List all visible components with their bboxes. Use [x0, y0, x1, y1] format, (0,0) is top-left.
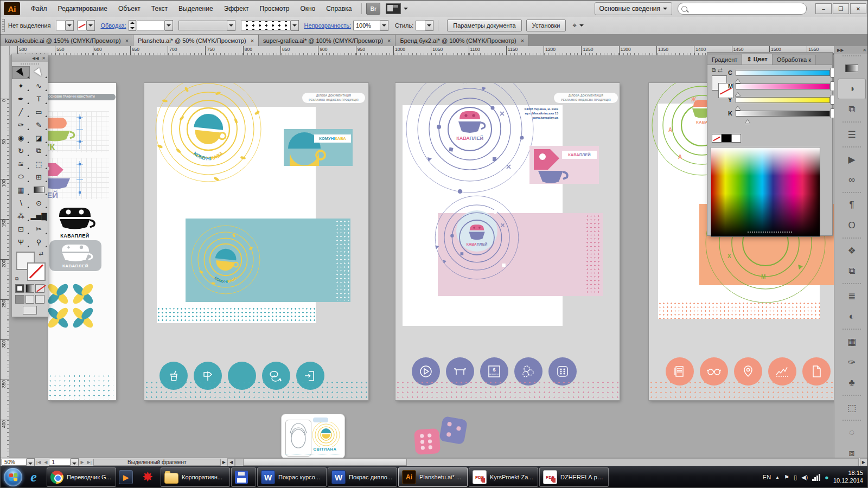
status-flyout-icon[interactable]: ▶	[221, 459, 227, 466]
horizontal-scrollbar[interactable]	[235, 458, 859, 466]
tool-button-blend[interactable]: ⊙	[30, 196, 48, 209]
channel-slider[interactable]	[736, 70, 830, 76]
tool-button-type[interactable]: T	[30, 92, 48, 105]
tool-button-paintbrush[interactable]: ✑	[12, 118, 30, 131]
network-icon[interactable]	[812, 474, 820, 481]
panel-icon-transparency[interactable]: ◐	[834, 306, 868, 327]
taskbar-item-save-app[interactable]	[231, 467, 256, 487]
panel-tab[interactable]: Обработка к	[773, 55, 816, 65]
search-input[interactable]	[678, 3, 807, 15]
panel-icon-appearance[interactable]: ◌	[834, 422, 868, 443]
bridge-button[interactable]: Br	[366, 3, 380, 15]
black-swatch[interactable]	[722, 134, 731, 143]
fill-swatch[interactable]	[56, 21, 66, 30]
collapse-icon[interactable]: ◀◀	[32, 56, 39, 61]
stroke-swatch[interactable]	[77, 21, 87, 30]
tool-button-scale[interactable]: ⧉	[30, 144, 48, 157]
tool-button-selection[interactable]	[12, 66, 30, 79]
panel-icon-pathfinder[interactable]: ⧉	[834, 99, 868, 120]
stroke-weight-dropdown[interactable]	[165, 20, 173, 31]
zoom-dropdown[interactable]	[27, 458, 35, 466]
preferences-button[interactable]: Установки	[526, 20, 566, 31]
menu-item[interactable]: Объект	[113, 1, 146, 17]
draw-normal-button[interactable]	[15, 295, 24, 304]
panel-icon[interactable]	[842, 236, 861, 240]
white-swatch[interactable]	[731, 134, 741, 143]
tool-button-rectangle[interactable]: ▭	[30, 105, 48, 118]
close-tab-icon[interactable]: ×	[521, 37, 524, 44]
fill-stroke-control[interactable]: ⇄ ⧉	[15, 251, 44, 282]
tool-button-shape-builder[interactable]: ⬭	[12, 170, 30, 183]
fill-dropdown[interactable]	[66, 20, 74, 31]
flag-icon[interactable]: ⚑	[784, 474, 789, 481]
close-icon[interactable]: ✕	[42, 56, 46, 61]
none-mode-button[interactable]	[35, 284, 44, 293]
panel-icon[interactable]	[842, 190, 861, 195]
panel-icon[interactable]	[842, 120, 861, 124]
tool-button-lasso[interactable]: ∿	[30, 79, 48, 92]
scroll-right-button[interactable]: ▶	[860, 458, 867, 466]
artboard-number-field[interactable]: 1	[49, 459, 71, 466]
menu-item[interactable]: Справка	[321, 1, 357, 17]
tool-button-perspective-grid[interactable]: ⊞	[30, 170, 48, 183]
style-field[interactable]	[416, 21, 425, 30]
taskbar-item-word-doc-1[interactable]: W Покрас курсо...	[257, 467, 327, 487]
tool-button-free-transform[interactable]: ⬚	[30, 157, 48, 170]
panel-tab[interactable]: ⇕ Цвет	[742, 54, 772, 65]
draw-behind-button[interactable]	[25, 295, 35, 304]
start-button[interactable]	[2, 467, 24, 487]
tool-button-gradient[interactable]	[30, 183, 48, 196]
tool-button-line[interactable]: ╱	[12, 105, 30, 118]
status-display[interactable]: Выделенный фрагмент	[93, 459, 221, 466]
arrange-documents-icon[interactable]	[386, 3, 401, 14]
document-setup-button[interactable]: Параметры документа	[447, 20, 521, 31]
taskbar-item-media-player[interactable]: ▶	[117, 467, 138, 487]
tool-button-mesh[interactable]: ▦	[12, 183, 30, 196]
select-similar-icon[interactable]: ⌖	[572, 21, 576, 30]
tool-button-column-graph[interactable]: ▂▅▇	[30, 209, 48, 222]
slider-thumb[interactable]	[745, 117, 750, 124]
document-tab[interactable]: Бренд бук2.ai* @ 100% (CMYK/Просмотр) ×	[395, 35, 529, 46]
close-tab-icon[interactable]: ×	[251, 37, 254, 44]
scroll-left-button[interactable]: ◀	[227, 458, 235, 466]
close-dock-icon[interactable]: ✕	[863, 48, 866, 53]
stroke-link[interactable]: Обводка:	[100, 22, 126, 29]
panel-resize-grip[interactable]	[748, 230, 792, 234]
stroke-color-swatch[interactable]	[27, 262, 46, 281]
panel-grip[interactable]	[2, 19, 5, 32]
menu-item[interactable]: Просмотр	[254, 1, 295, 17]
minimize-button[interactable]: –	[815, 3, 832, 14]
tool-button-eyedropper[interactable]: ∖	[12, 196, 30, 209]
panel-icon-links[interactable]: ∞	[834, 170, 868, 190]
tool-button-blob-brush[interactable]: ◉	[12, 131, 30, 144]
tool-button-rotate[interactable]: ↻	[12, 144, 30, 157]
opacity-field[interactable]: 100%	[353, 21, 380, 30]
menu-item[interactable]: Редактирование	[53, 1, 113, 17]
brush-definition-dropdown[interactable]	[291, 20, 299, 31]
panel-icon-symbols[interactable]: ♣	[834, 373, 868, 393]
default-fill-stroke-icon[interactable]: ⧉	[15, 276, 18, 282]
tool-button-hand[interactable]: Ψ	[12, 235, 30, 248]
channel-slider[interactable]	[736, 111, 830, 117]
next-artboard-button[interactable]: ▶	[79, 459, 85, 466]
color-mode-button[interactable]	[15, 284, 24, 293]
taskbar-item-pdf-doc-2[interactable]: PDF DZHERELA.pdf...	[539, 467, 609, 487]
panel-icon-layers[interactable]: ❖	[834, 240, 868, 261]
prev-artboard-button[interactable]: ◀	[42, 459, 49, 466]
tool-button-pen[interactable]: ✒	[12, 92, 30, 105]
clock[interactable]: 18:15 10.12.2014	[833, 470, 863, 485]
tool-button-magic-wand[interactable]: ✦	[12, 79, 30, 92]
document-tab[interactable]: Planshetu.ai* @ 50% (CMYK/Просмотр) ×	[133, 35, 259, 46]
style-dropdown[interactable]	[425, 20, 433, 31]
menu-item[interactable]: Выделение	[173, 1, 219, 17]
menu-item[interactable]: Окно	[295, 1, 321, 17]
swap-fill-stroke-icon[interactable]: ⇄	[39, 251, 43, 256]
chevron-down-icon[interactable]	[404, 8, 408, 12]
menu-item[interactable]: Текст	[146, 1, 173, 17]
show-hidden-icons[interactable]: ▲	[775, 475, 780, 480]
document-tab[interactable]: kava-bicubic.ai @ 150% (CMYK/Просмотр) ×	[1, 35, 133, 46]
panel-icon-align[interactable]: ☰	[834, 124, 868, 145]
menu-item[interactable]: Эффект	[219, 1, 254, 17]
stroke-dropdown[interactable]	[87, 20, 95, 31]
close-button[interactable]: ✕	[850, 3, 866, 14]
